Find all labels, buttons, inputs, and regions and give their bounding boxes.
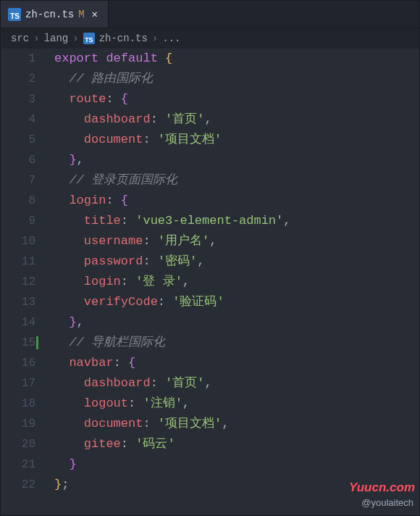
tab-modified-marker: M	[78, 9, 84, 20]
code-line: document: '项目文档'	[54, 130, 419, 150]
line-number: 8	[1, 191, 35, 211]
line-number: 13	[1, 292, 35, 312]
typescript-icon: TS	[83, 33, 95, 44]
editor-tab[interactable]: TS zh-cn.ts M ✕	[1, 1, 109, 28]
code-area[interactable]: export default { // 路由国际化 route: { dashb…	[49, 49, 419, 515]
code-line: // 登录页面国际化	[54, 170, 419, 191]
line-number: 1	[1, 49, 35, 69]
breadcrumb[interactable]: src › lang › TS zh-cn.ts › ...	[1, 28, 419, 49]
typescript-icon: TS	[8, 8, 21, 21]
line-number: 22	[1, 475, 35, 495]
line-number: 18	[1, 394, 35, 414]
line-number: 2	[1, 69, 35, 89]
line-number: 9	[1, 211, 35, 231]
code-line: verifyCode: '验证码'	[54, 292, 419, 312]
code-editor[interactable]: 12345678910111213141516171819202122 expo…	[1, 49, 419, 515]
line-number: 3	[1, 89, 35, 109]
line-number: 19	[1, 414, 35, 434]
line-number: 10	[1, 231, 35, 251]
code-line: gitee: '码云'	[54, 434, 419, 454]
line-number: 7	[1, 170, 35, 191]
code-line: navbar: {	[54, 353, 419, 373]
tab-filename: zh-cn.ts	[25, 9, 74, 20]
tab-bar: TS zh-cn.ts M ✕	[1, 1, 419, 28]
breadcrumb-ellipsis[interactable]: ...	[162, 33, 180, 44]
line-number: 4	[1, 109, 35, 130]
breadcrumb-seg-lang[interactable]: lang	[44, 33, 69, 44]
breadcrumb-seg-src[interactable]: src	[11, 33, 29, 44]
code-line: // 导航栏国际化	[54, 333, 419, 353]
line-number: 15	[1, 333, 35, 353]
code-line: title: 'vue3-element-admin',	[54, 211, 419, 231]
line-number: 11	[1, 251, 35, 272]
line-number: 6	[1, 150, 35, 170]
line-number: 14	[1, 312, 35, 333]
watermark-site: Yuucn.com	[349, 480, 415, 495]
line-number: 16	[1, 353, 35, 373]
code-line: username: '用户名',	[54, 231, 419, 251]
code-line: document: '项目文档',	[54, 414, 419, 434]
code-line: password: '密码',	[54, 251, 419, 272]
code-line: }	[54, 454, 419, 475]
line-number: 21	[1, 454, 35, 475]
code-line: login: {	[54, 191, 419, 211]
line-number: 17	[1, 373, 35, 394]
chevron-right-icon: ›	[152, 33, 158, 44]
line-number: 5	[1, 130, 35, 150]
chevron-right-icon: ›	[72, 33, 78, 44]
code-line: dashboard: '首页',	[54, 109, 419, 130]
code-line: logout: '注销',	[54, 394, 419, 414]
code-line: export default {	[54, 49, 419, 69]
chevron-right-icon: ›	[33, 33, 39, 44]
breadcrumb-seg-file[interactable]: zh-cn.ts	[99, 33, 148, 44]
line-number: 12	[1, 272, 35, 292]
line-number: 20	[1, 434, 35, 454]
code-line: },	[54, 150, 419, 170]
code-line: login: '登 录',	[54, 272, 419, 292]
code-line: // 路由国际化	[54, 69, 419, 89]
line-number-gutter: 12345678910111213141516171819202122	[1, 49, 49, 515]
close-icon[interactable]: ✕	[89, 8, 101, 20]
watermark-author: @youlaitech	[361, 497, 413, 508]
code-line: },	[54, 312, 419, 333]
code-line: dashboard: '首页',	[54, 373, 419, 394]
code-line: route: {	[54, 89, 419, 109]
